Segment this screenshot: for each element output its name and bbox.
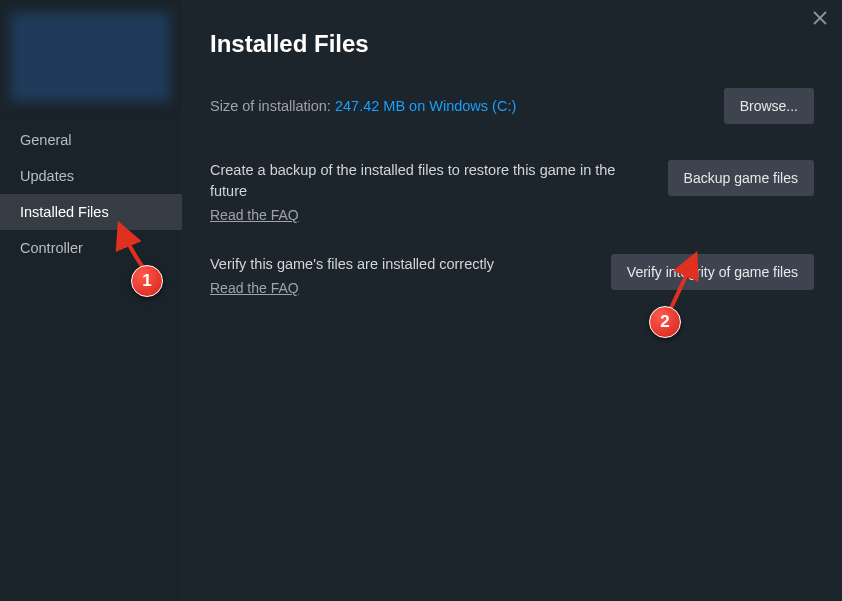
backup-section: Create a backup of the installed files t… [210, 160, 814, 224]
page-title: Installed Files [210, 30, 814, 58]
close-icon [812, 10, 828, 26]
verify-button[interactable]: Verify integrity of game files [611, 254, 814, 290]
size-value: 247.42 MB on Windows (C:) [335, 98, 516, 114]
size-label: Size of installation: [210, 98, 335, 114]
sidebar-game-header [10, 12, 170, 102]
verify-faq-link[interactable]: Read the FAQ [210, 280, 299, 296]
backup-faq-link[interactable]: Read the FAQ [210, 207, 299, 223]
close-button[interactable] [812, 10, 828, 30]
verify-section: Verify this game's files are installed c… [210, 254, 814, 297]
verify-title: Verify this game's files are installed c… [210, 254, 494, 275]
sidebar-item-updates[interactable]: Updates [0, 158, 182, 194]
sidebar-item-general[interactable]: General [0, 122, 182, 158]
sidebar-item-installed-files[interactable]: Installed Files [0, 194, 182, 230]
verify-text: Verify this game's files are installed c… [210, 254, 494, 297]
backup-button[interactable]: Backup game files [668, 160, 814, 196]
main-content: Installed Files Size of installation: 24… [182, 0, 842, 601]
sidebar: General Updates Installed Files Controll… [0, 0, 182, 601]
size-text: Size of installation: 247.42 MB on Windo… [210, 97, 516, 115]
backup-text: Create a backup of the installed files t… [210, 160, 630, 224]
browse-button[interactable]: Browse... [724, 88, 814, 124]
backup-title: Create a backup of the installed files t… [210, 160, 630, 202]
sidebar-item-controller[interactable]: Controller [0, 230, 182, 266]
size-row: Size of installation: 247.42 MB on Windo… [210, 88, 814, 124]
